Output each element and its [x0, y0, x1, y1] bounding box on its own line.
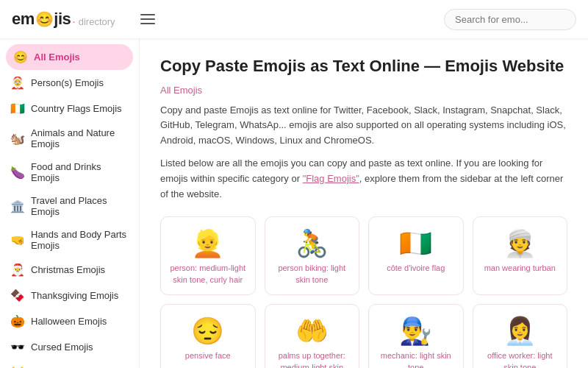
emoji-label-7: office worker: light skin tone: [481, 350, 560, 368]
sidebar-label-hands-body-emojis: Hands and Body Parts Emojis: [31, 229, 129, 251]
logo[interactable]: em😊jis . directory: [12, 10, 115, 29]
emoji-label-2: côte d'ivoire flag: [387, 263, 445, 274]
hamburger-button[interactable]: [136, 10, 159, 29]
page-description: Copy and paste Emojis as text online for…: [160, 103, 567, 149]
sidebar-emoji-travel-places-emojis: 🏛️: [10, 199, 25, 213]
sidebar-item-christmas-emojis[interactable]: 🎅 Christmas Emojis: [0, 257, 139, 283]
breadcrumb-link[interactable]: All Emojis: [160, 85, 202, 96]
sidebar-label-animals-nature-emojis: Animals and Nature Emojis: [31, 127, 129, 149]
sidebar-item-hands-body-emojis[interactable]: 🤜 Hands and Body Parts Emojis: [0, 223, 139, 257]
search-input[interactable]: [444, 9, 576, 30]
sidebar-emoji-country-flags-emojis: 🇨🇮: [10, 102, 25, 116]
emoji-display-1: 🚴: [295, 230, 329, 257]
sidebar-emoji-persons-emojis: 🤶: [10, 76, 25, 90]
emoji-card-5[interactable]: 🤲 palms up together: medium-light skin t…: [265, 304, 360, 368]
emoji-card-4[interactable]: 😔 pensive face: [160, 304, 256, 368]
sidebar-label-all-emojis: All Emojis: [34, 52, 80, 63]
emoji-display-2: 🇨🇮: [399, 230, 432, 257]
hamburger-line-3: [140, 23, 155, 24]
sidebar-emoji-animals-nature-emojis: 🐿️: [10, 132, 25, 146]
sidebar-label-persons-emojis: Person(s) Emojis: [31, 77, 104, 88]
emoji-display-6: 👨‍🔧: [399, 318, 432, 344]
sidebar-emoji-christmas-emojis: 🎅: [10, 263, 25, 277]
emoji-display-0: 👱: [191, 230, 224, 257]
app-wrapper: em😊jis . directory 😊 All Emojis 🤶 Person…: [0, 0, 588, 368]
sidebar-item-cursed-emojis[interactable]: 🕶️ Cursed Emojis: [0, 334, 139, 360]
sidebar-label-halloween-emojis: Halloween Emojis: [31, 316, 107, 327]
sidebar-label-cursed-emojis: Cursed Emojis: [31, 342, 93, 353]
sidebar-item-all-emojis[interactable]: 😊 All Emojis: [6, 44, 133, 70]
sidebar-emoji-thanksgiving-emojis: 🍫: [10, 289, 25, 302]
sidebar-emoji-halloween-emojis: 🎃: [10, 314, 25, 328]
emoji-display-3: 👳: [503, 230, 537, 257]
emoji-label-5: palms up together: medium-light skin ton…: [273, 350, 352, 368]
hamburger-line-2: [140, 18, 155, 20]
sidebar-label-travel-places-emojis: Travel and Places Emojis: [31, 195, 129, 217]
emoji-label-4: pensive face: [185, 350, 231, 361]
flag-emojis-link[interactable]: "Flag Emojis": [303, 173, 359, 184]
emoji-display-7: 👩‍💼: [503, 318, 537, 344]
sidebar-emoji-all-emojis: 😊: [13, 50, 28, 64]
sidebar-item-halloween-emojis[interactable]: 🎃 Halloween Emojis: [0, 308, 139, 334]
page-note: Listed below are all the emojis you can …: [160, 156, 567, 202]
sidebar-label-christmas-emojis: Christmas Emojis: [31, 264, 105, 275]
hamburger-line-1: [140, 14, 155, 15]
logo-directory: directory: [79, 16, 115, 27]
sidebar-item-food-drinks-emojis[interactable]: 🍆 Food and Drinks Emojis: [0, 155, 139, 189]
emoji-grid: 👱 person: medium-light skin tone, curly …: [160, 216, 567, 368]
emoji-card-0[interactable]: 👱 person: medium-light skin tone, curly …: [160, 216, 256, 295]
emoji-label-0: person: medium-light skin tone, curly ha…: [168, 263, 248, 286]
sidebar-label-thanksgiving-emojis: Thanksgiving Emojis: [31, 290, 118, 301]
page-title: Copy Paste Emojis as Text Online — Emoji…: [160, 56, 567, 77]
emoji-label-3: man wearing turban: [484, 263, 556, 274]
sidebar-item-travel-places-emojis[interactable]: 🏛️ Travel and Places Emojis: [0, 189, 139, 223]
sidebar-item-country-flags-emojis[interactable]: 🇨🇮 Country Flags Emojis: [0, 96, 139, 121]
emoji-card-3[interactable]: 👳 man wearing turban: [473, 216, 568, 295]
sidebar-emoji-cursed-emojis: 🕶️: [10, 340, 25, 354]
sidebar-item-persons-emojis[interactable]: 🤶 Person(s) Emojis: [0, 70, 139, 96]
logo-text: em😊jis: [12, 10, 71, 29]
emoji-display-4: 😔: [191, 318, 224, 344]
sidebar: 😊 All Emojis 🤶 Person(s) Emojis 🇨🇮 Count…: [0, 38, 140, 368]
emoji-card-1[interactable]: 🚴 person biking: light skin tone: [265, 216, 360, 295]
emoji-card-6[interactable]: 👨‍🔧 mechanic: light skin tone: [368, 304, 464, 368]
emoji-label-6: mechanic: light skin tone: [376, 350, 456, 368]
sidebar-item-thanksgiving-emojis[interactable]: 🍫 Thanksgiving Emojis: [0, 283, 139, 308]
header: em😊jis . directory: [0, 0, 588, 38]
logo-dot: .: [72, 13, 75, 26]
sidebar-emoji-hands-body-emojis: 🤜: [10, 233, 25, 247]
sidebar-emoji-food-drinks-emojis: 🍆: [10, 166, 25, 180]
emoji-card-2[interactable]: 🇨🇮 côte d'ivoire flag: [368, 216, 464, 295]
logo-emoji: 😊: [35, 11, 54, 27]
content-area: Copy Paste Emojis as Text Online — Emoji…: [140, 38, 588, 368]
sidebar-label-country-flags-emojis: Country Flags Emojis: [31, 103, 122, 114]
sidebar-item-animals-nature-emojis[interactable]: 🐿️ Animals and Nature Emojis: [0, 121, 139, 155]
sidebar-item-cute-emojis[interactable]: 😻 Cute Emojis: [0, 360, 139, 368]
main-layout: 😊 All Emojis 🤶 Person(s) Emojis 🇨🇮 Count…: [0, 38, 588, 368]
emoji-display-5: 🤲: [295, 318, 329, 344]
emoji-label-1: person biking: light skin tone: [273, 263, 352, 286]
sidebar-label-food-drinks-emojis: Food and Drinks Emojis: [31, 161, 129, 183]
emoji-card-7[interactable]: 👩‍💼 office worker: light skin tone: [473, 304, 568, 368]
